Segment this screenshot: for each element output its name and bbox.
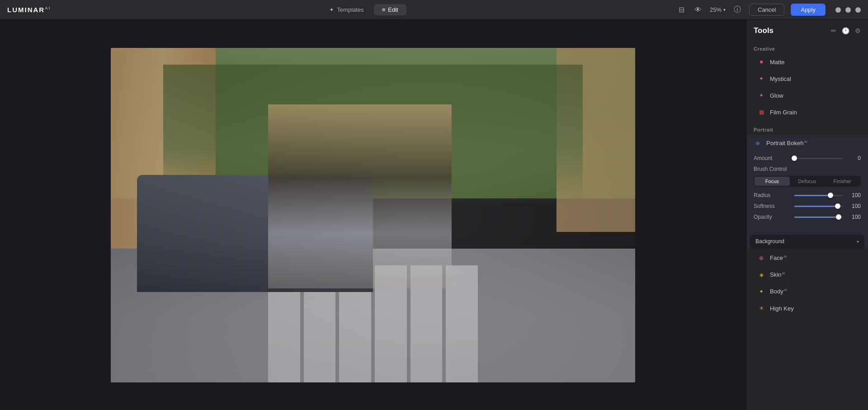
brush-tab-defocus[interactable]: Defocus xyxy=(790,177,825,186)
skin-icon: ◈ xyxy=(757,271,765,279)
topbar: LUMINARAI ✦ Templates ≡ Edit ⊟ 👁 25% ▾ ⓘ… xyxy=(0,0,868,20)
radius-slider-fill xyxy=(794,195,830,196)
film-grain-label: Film Grain xyxy=(770,109,797,116)
info-icon[interactable]: ⓘ xyxy=(732,3,743,16)
opacity-label: Opacity xyxy=(754,214,790,220)
panel-header: Tools ✏ 🕐 ⚙ xyxy=(746,20,868,40)
templates-tab[interactable]: ✦ Templates xyxy=(321,4,372,15)
face-label: FaceAI xyxy=(770,254,787,261)
amount-label: Amount xyxy=(754,155,790,161)
body-icon: ✦ xyxy=(757,287,765,296)
amount-slider-track[interactable] xyxy=(794,158,843,159)
glow-label: Glow xyxy=(770,92,783,99)
view-split-icon[interactable]: ⊟ xyxy=(677,4,686,16)
high-key-label: High Key xyxy=(770,305,794,312)
canvas-area[interactable] xyxy=(0,20,746,410)
tool-item-matte[interactable]: ■ Matte xyxy=(750,54,864,70)
right-panel: Tools ✏ 🕐 ⚙ Creative ■ Matte ✦ Mystical xyxy=(746,20,868,410)
pencil-icon[interactable]: ✏ xyxy=(831,27,836,34)
mystical-label: Mystical xyxy=(770,75,791,82)
photo-scene xyxy=(111,48,635,382)
brush-tabs: Focus Defocus Finisher xyxy=(754,176,861,187)
cancel-button[interactable]: Cancel xyxy=(749,4,784,16)
radius-slider-track[interactable] xyxy=(794,195,843,196)
opacity-value: 100 xyxy=(847,214,861,220)
zoom-display: 25% ▾ xyxy=(710,6,726,13)
portrait-bokeh-ai-badge: AI xyxy=(804,140,807,144)
softness-slider-fill xyxy=(794,206,838,207)
tool-item-high-key[interactable]: ☀ High Key xyxy=(750,300,864,316)
app-logo: LUMINARAI xyxy=(7,6,51,14)
skin-ai-badge: AI xyxy=(782,271,785,275)
apply-button[interactable]: Apply xyxy=(791,4,826,16)
opacity-slider-fill xyxy=(794,217,839,218)
radius-value: 100 xyxy=(847,192,861,198)
brush-control-label: Brush Control xyxy=(754,166,861,172)
softness-value: 100 xyxy=(847,203,861,209)
portrait-bokeh-content: Amount 0 Brush Control Focus Defocus Fin… xyxy=(746,151,868,231)
body-ai-badge: AI xyxy=(784,288,788,292)
amount-slider-row: Amount 0 xyxy=(754,155,861,161)
tool-item-film-grain[interactable]: ▦ Film Grain xyxy=(750,104,864,120)
close-button[interactable] xyxy=(855,7,861,13)
amount-slider-thumb[interactable] xyxy=(792,156,797,161)
tools-list: Creative ■ Matte ✦ Mystical ✦ Glow ▦ Fil… xyxy=(746,40,868,410)
softness-slider-row: Softness 100 xyxy=(754,203,861,209)
skin-label: SkinAI xyxy=(770,271,785,278)
brush-tab-finisher[interactable]: Finisher xyxy=(825,177,860,186)
main-content: Tools ✏ 🕐 ⚙ Creative ■ Matte ✦ Mystical xyxy=(0,20,868,410)
glow-icon: ✦ xyxy=(757,91,765,99)
topbar-left: LUMINARAI xyxy=(7,6,51,14)
matte-icon: ■ xyxy=(757,58,765,66)
tool-item-mystical[interactable]: ✦ Mystical xyxy=(750,71,864,87)
tool-item-face[interactable]: ⊕ FaceAI xyxy=(750,250,864,266)
topbar-center: ✦ Templates ≡ Edit xyxy=(321,4,406,15)
zoom-chevron-icon: ▾ xyxy=(723,7,726,12)
opacity-slider-row: Opacity 100 xyxy=(754,214,861,220)
photo-container xyxy=(111,48,635,382)
radius-slider-thumb[interactable] xyxy=(828,193,833,198)
scene-overlay xyxy=(111,48,635,382)
settings-icon[interactable]: ⚙ xyxy=(855,27,861,34)
panel-title: Tools xyxy=(754,26,774,35)
eye-icon[interactable]: 👁 xyxy=(693,4,703,16)
tool-item-body[interactable]: ✦ BodyAI xyxy=(750,283,864,300)
opacity-slider-track[interactable] xyxy=(794,217,843,218)
portrait-bokeh-section: ⊕ Portrait BokehAI Amount 0 xyxy=(746,135,868,248)
matte-label: Matte xyxy=(770,59,785,66)
edit-icon: ≡ xyxy=(382,6,386,13)
maximize-button[interactable] xyxy=(845,7,851,13)
portrait-section-label: Portrait xyxy=(746,121,868,134)
amount-value: 0 xyxy=(847,155,861,161)
edit-tab[interactable]: ≡ Edit xyxy=(374,4,406,15)
brush-tab-focus[interactable]: Focus xyxy=(755,177,790,186)
radius-slider-row: Radius 100 xyxy=(754,192,861,198)
softness-slider-track[interactable] xyxy=(794,206,843,207)
background-dropdown[interactable]: Background ▾ xyxy=(750,235,864,248)
film-grain-icon: ▦ xyxy=(757,108,765,116)
portrait-bokeh-icon: ⊕ xyxy=(754,139,762,147)
history-icon[interactable]: 🕐 xyxy=(842,27,849,34)
topbar-right: ⊟ 👁 25% ▾ ⓘ Cancel Apply xyxy=(677,3,861,16)
templates-icon: ✦ xyxy=(329,6,334,13)
mystical-icon: ✦ xyxy=(757,75,765,83)
radius-label: Radius xyxy=(754,192,790,198)
creative-section-label: Creative xyxy=(746,40,868,53)
softness-slider-thumb[interactable] xyxy=(835,203,840,209)
background-dropdown-label: Background xyxy=(755,238,784,245)
opacity-slider-thumb[interactable] xyxy=(836,214,841,220)
face-icon: ⊕ xyxy=(757,254,765,262)
minimize-button[interactable] xyxy=(835,7,841,13)
softness-label: Softness xyxy=(754,203,790,209)
tool-item-glow[interactable]: ✦ Glow xyxy=(750,87,864,104)
body-label: BodyAI xyxy=(770,288,787,295)
dropdown-chevron-icon: ▾ xyxy=(857,239,859,244)
high-key-icon: ☀ xyxy=(757,304,765,312)
portrait-bokeh-label: Portrait BokehAI xyxy=(766,140,807,146)
portrait-bokeh-header[interactable]: ⊕ Portrait BokehAI xyxy=(746,135,868,151)
window-controls xyxy=(835,7,861,13)
face-ai-badge: AI xyxy=(783,254,787,259)
tool-item-skin[interactable]: ◈ SkinAI xyxy=(750,267,864,283)
